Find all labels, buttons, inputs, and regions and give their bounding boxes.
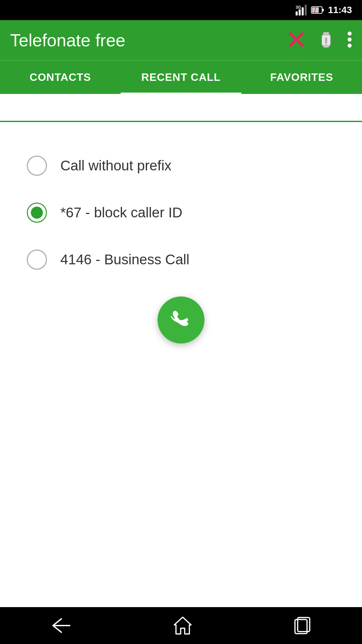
svg-rect-2 (302, 7, 304, 15)
radio-option-block-caller[interactable]: *67 - block caller ID (27, 189, 335, 236)
svg-point-16 (348, 38, 352, 42)
call-button[interactable] (158, 297, 204, 343)
main-content: Call without prefix *67 - block caller I… (0, 122, 362, 364)
radio-label-no-prefix: Call without prefix (60, 158, 171, 174)
more-icon (347, 31, 352, 48)
home-icon (173, 615, 193, 636)
back-icon (50, 617, 73, 634)
radio-circle-block-caller (27, 203, 47, 223)
app-title: Telefonate free (10, 30, 125, 50)
svg-rect-3 (305, 5, 307, 15)
home-button[interactable] (173, 615, 193, 636)
radio-option-business-call[interactable]: 4146 - Business Call (27, 236, 335, 283)
tab-favorites[interactable]: FAVORITES (241, 61, 362, 94)
status-icons: 3G 11:43 (296, 5, 352, 15)
radio-label-business-call: 4146 - Business Call (60, 252, 189, 268)
svg-point-15 (348, 32, 352, 36)
tab-recent-call[interactable]: RECENT CALL (121, 61, 241, 94)
radio-option-no-prefix[interactable]: Call without prefix (27, 142, 335, 189)
radio-circle-business-call (27, 250, 47, 270)
phone-icon (169, 308, 193, 332)
edit-button[interactable] (318, 30, 334, 50)
svg-point-17 (348, 44, 352, 48)
svg-marker-19 (174, 617, 191, 634)
app-bar-actions (288, 30, 352, 50)
edit-icon (318, 30, 334, 49)
recents-icon (292, 615, 312, 636)
radio-circle-no-prefix (27, 156, 47, 176)
recents-button[interactable] (292, 615, 312, 636)
back-button[interactable] (50, 617, 73, 634)
bottom-nav (0, 607, 362, 644)
svg-rect-6 (322, 9, 324, 11)
svg-rect-0 (296, 11, 298, 15)
more-button[interactable] (347, 31, 352, 50)
svg-point-13 (323, 45, 329, 48)
tab-contacts[interactable]: CONTACTS (0, 61, 121, 94)
radio-inner-selected (31, 207, 43, 219)
battery-icon (311, 5, 324, 15)
status-time: 11:43 (328, 5, 352, 15)
close-icon (288, 31, 305, 48)
svg-text:3G: 3G (296, 5, 301, 10)
tab-bar: CONTACTS RECENT CALL FAVORITES (0, 60, 362, 94)
signal-icon: 3G (296, 5, 308, 15)
status-bar: 3G 11:43 (0, 0, 362, 20)
call-button-wrapper (27, 297, 335, 343)
radio-label-block-caller: *67 - block caller ID (60, 205, 182, 221)
app-bar: Telefonate free (0, 20, 362, 60)
svg-rect-1 (299, 9, 301, 15)
svg-rect-14 (325, 38, 327, 44)
close-button[interactable] (288, 31, 305, 50)
